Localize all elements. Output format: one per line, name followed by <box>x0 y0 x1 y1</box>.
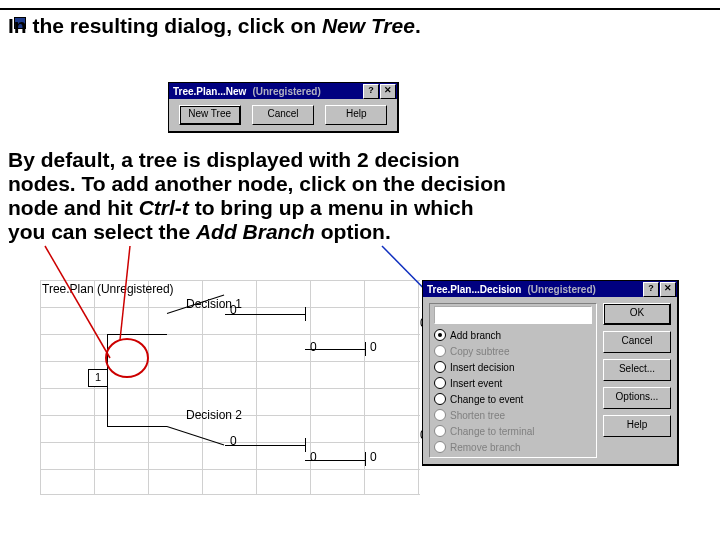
selection-field[interactable] <box>434 306 592 324</box>
dialog2-title-inactive: (Unregistered) <box>525 284 597 295</box>
paragraph-1: In the resulting dialog, click on New Tr… <box>8 14 708 38</box>
radio-shorten-tree: Shorten tree <box>434 407 592 423</box>
radio-insert-decision[interactable]: Insert decision <box>434 359 592 375</box>
select-button[interactable]: Select... <box>603 359 671 381</box>
options-panel: Add branch Copy subtree Insert decision … <box>429 303 597 458</box>
dialog2-title-active: Tree.Plan...Decision <box>423 284 525 295</box>
radio-insert-event[interactable]: Insert event <box>434 375 592 391</box>
callout-circle <box>105 338 149 378</box>
zero-2: 0 <box>310 340 317 354</box>
radio-copy-subtree: Copy subtree <box>434 343 592 359</box>
dialog1-titlebar[interactable]: Tree.Plan...New (Unregistered) ? ✕ <box>169 83 397 99</box>
new-tree-dialog: Tree.Plan...New (Unregistered) ? ✕ New T… <box>168 82 399 133</box>
top-rule <box>0 8 720 10</box>
decision-dialog: Tree.Plan...Decision (Unregistered) ? ✕ … <box>422 280 679 466</box>
ok-button[interactable]: OK <box>603 303 671 325</box>
new-tree-button[interactable]: New Tree <box>179 105 241 125</box>
p2d-em: Add Branch <box>196 220 315 243</box>
p2d-pre: you can select the <box>8 220 196 243</box>
para1-em: New Tree <box>322 14 415 37</box>
decision-node-root[interactable]: 1 <box>88 369 108 387</box>
help-icon[interactable]: ? <box>643 282 659 297</box>
dialog2-titlebar[interactable]: Tree.Plan...Decision (Unregistered) ? ✕ <box>423 281 677 297</box>
p2c-post: to bring up a menu in which <box>189 196 474 219</box>
zero-5: 0 <box>230 434 237 448</box>
radio-remove-branch: Remove branch <box>434 439 592 455</box>
p2c-em: Ctrl-t <box>139 196 189 219</box>
p2d-post: option. <box>315 220 391 243</box>
zero-6: 0 <box>310 450 317 464</box>
decision-2-label: Decision 2 <box>186 408 242 422</box>
p2-line-b: nodes. To add another node, click on the… <box>8 172 718 196</box>
tree-title: Tree.Plan (Unregistered) <box>42 282 174 296</box>
p2c-pre: node and hit <box>8 196 139 219</box>
cancel-button[interactable]: Cancel <box>252 105 314 125</box>
zero-7: 0 <box>370 450 377 464</box>
zero-3: 0 <box>370 340 377 354</box>
options-button[interactable]: Options... <box>603 387 671 409</box>
radio-change-to-terminal: Change to terminal <box>434 423 592 439</box>
para1-pre: In the resulting dialog, click on <box>8 14 322 37</box>
p2-line-a: By default, a tree is displayed with 2 d… <box>8 148 718 172</box>
dialog1-title-inactive: (Unregistered) <box>250 86 322 97</box>
help-icon[interactable]: ? <box>363 84 379 99</box>
radio-add-branch[interactable]: Add branch <box>434 327 592 343</box>
radio-change-to-event[interactable]: Change to event <box>434 391 592 407</box>
close-icon[interactable]: ✕ <box>660 282 676 297</box>
tree-diagram: Tree.Plan (Unregistered) Decision 1 Deci… <box>40 280 420 495</box>
cancel-button-2[interactable]: Cancel <box>603 331 671 353</box>
dialog1-title-active: Tree.Plan...New <box>169 86 250 97</box>
close-icon[interactable]: ✕ <box>380 84 396 99</box>
paragraph-2: By default, a tree is displayed with 2 d… <box>8 148 718 245</box>
para1-post: . <box>415 14 421 37</box>
zero-1: 0 <box>230 303 237 317</box>
help-button[interactable]: Help <box>325 105 387 125</box>
help-button-2[interactable]: Help <box>603 415 671 437</box>
